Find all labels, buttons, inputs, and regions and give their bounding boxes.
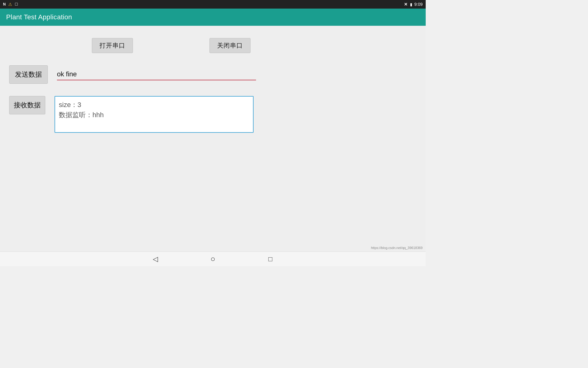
status-bar: N ⚠ ☐ ✕ ▮ 9:09 <box>0 0 426 9</box>
recent-icon: □ <box>268 255 272 263</box>
status-bar-right: ✕ ▮ 9:09 <box>404 2 423 7</box>
time-display: 9:09 <box>414 2 423 7</box>
recent-apps-button[interactable]: □ <box>266 255 275 263</box>
warning-icon: ⚠ <box>8 2 12 7</box>
send-data-input[interactable] <box>57 69 256 81</box>
serial-button-row: 打开串口 关闭串口 <box>9 32 417 62</box>
close-serial-button[interactable]: 关闭串口 <box>209 38 251 53</box>
file-icon: ☐ <box>15 2 18 6</box>
no-signal-icon: ✕ <box>404 2 408 7</box>
receive-data-button[interactable]: 接收数据 <box>9 96 45 114</box>
page-title: Plant Test Application <box>6 13 72 21</box>
send-data-row: 发送数据 <box>9 65 417 84</box>
app-bar: Plant Test Application <box>0 9 426 26</box>
receive-data-row: 接收数据 <box>9 96 417 133</box>
open-serial-button[interactable]: 打开串口 <box>92 38 133 53</box>
back-button[interactable]: ◁ <box>151 255 160 263</box>
receive-data-textarea[interactable] <box>55 96 254 133</box>
attribution-text: https://blog.csdn.net/qq_39618369 <box>371 246 423 250</box>
battery-icon: ▮ <box>410 2 412 7</box>
back-icon: ◁ <box>153 255 158 263</box>
status-bar-left: N ⚠ ☐ <box>3 2 18 7</box>
home-icon: ○ <box>210 254 215 264</box>
send-data-button[interactable]: 发送数据 <box>9 65 48 84</box>
notification-icon: N <box>3 2 6 6</box>
main-content: 打开串口 关闭串口 发送数据 接收数据 <box>0 26 426 251</box>
navigation-bar: ◁ ○ □ <box>0 251 426 266</box>
home-button[interactable]: ○ <box>209 255 217 263</box>
